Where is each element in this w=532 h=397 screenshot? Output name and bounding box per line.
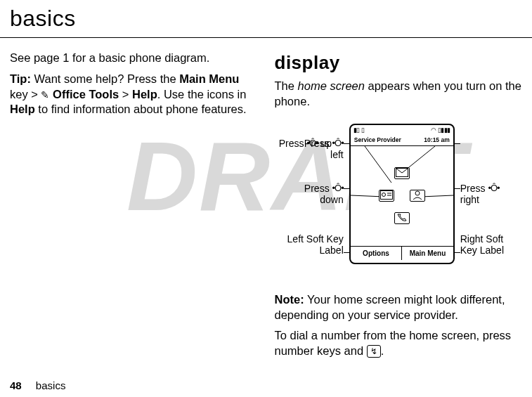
press-up-a: Press	[279, 138, 307, 149]
rsk-a: Right Soft	[460, 233, 503, 245]
profile-icon	[410, 190, 425, 202]
main-menu-key-text: Main Menu	[179, 72, 239, 85]
page-title: basics	[10, 6, 532, 32]
help-text: Help	[132, 88, 157, 100]
svg-point-9	[415, 191, 420, 195]
note-label: Note:	[275, 293, 304, 306]
right-column: display The home screen appears when you…	[275, 51, 523, 365]
clock-time: 10:15 am	[424, 136, 449, 144]
call-key-icon: ↯	[367, 345, 381, 358]
envelope-icon	[396, 168, 408, 177]
content-columns: See page 1 for a basic phone diagram. Ti…	[0, 38, 532, 365]
phone-icon	[396, 213, 408, 222]
status-bar: ▮▯ ▯ ◠ ▯▮▮▮	[351, 125, 453, 136]
tip-text-d: to find information about phone features…	[35, 103, 247, 115]
status-right-icons: ◠ ▯▮▮▮	[431, 126, 450, 135]
connector-line	[455, 143, 460, 144]
label-left-soft-key: Left Soft Key Label	[279, 233, 344, 256]
service-provider: Service Provider	[354, 136, 401, 144]
office-tools-icon: ✎	[41, 89, 49, 101]
press-down-b: down	[320, 194, 343, 205]
lsk-a: Left Soft Key	[287, 233, 344, 245]
left-p1: See page 1 for a basic phone diagram.	[10, 51, 258, 66]
right-p1: The home screen appears when you turn on…	[275, 79, 523, 110]
connector-line	[344, 252, 349, 253]
home-screen-text: home screen	[298, 79, 365, 92]
svg-line-3	[421, 195, 453, 197]
nav-icon: •Ô•	[332, 138, 344, 149]
svg-point-6	[382, 193, 385, 196]
soft-key-left: Options	[351, 247, 403, 260]
label-press-down: Press •Ô• down	[279, 183, 344, 205]
home-screen-lines	[351, 146, 453, 246]
page-number: 48	[10, 379, 22, 391]
tip-label: Tip:	[10, 72, 31, 85]
svg-line-0	[365, 146, 391, 183]
svg-line-1	[406, 146, 435, 170]
p3-b: .	[381, 344, 384, 357]
card-icon	[380, 190, 393, 200]
status-left-icons: ▮▯ ▯	[353, 126, 365, 135]
nav-icon: •Ô•	[306, 138, 318, 149]
note-paragraph: Note: Your home screen might look differ…	[275, 292, 523, 323]
contacts-icon	[379, 190, 394, 202]
press-up-b: up	[318, 138, 332, 149]
p3-a: To dial a number from the home screen, p…	[275, 329, 512, 357]
phone-diagram: Press •Ô• left Press •Ô• down Left Soft …	[279, 115, 518, 284]
note-body: Your home screen might look different, d…	[275, 293, 505, 321]
press-right-b: right	[460, 194, 479, 205]
office-tools-text: Office Tools	[53, 88, 119, 100]
home-screen-body	[351, 146, 453, 246]
page-footer: 48 basics	[10, 379, 65, 391]
left-tip: Tip: Want some help? Press the Main Menu…	[10, 72, 258, 117]
label-right-soft-key: Right Soft Key Label	[460, 233, 504, 256]
nav-icon: •Ô•	[488, 183, 499, 194]
display-heading: display	[275, 51, 523, 74]
connector-line	[455, 252, 460, 253]
tip-text-a: Want some help? Press the	[31, 72, 179, 85]
gt-1: >	[119, 88, 132, 100]
call-icon	[394, 212, 410, 224]
connector-line	[455, 188, 460, 189]
soft-key-bar: Options Main Menu	[351, 246, 453, 260]
tip-text-c: . Use the icons in	[157, 88, 247, 100]
rsk-b: Key Label	[460, 245, 504, 256]
message-icon	[394, 167, 410, 179]
press-right-a: Press	[460, 183, 488, 194]
lsk-b: Label	[319, 245, 343, 256]
left-column: See page 1 for a basic phone diagram. Ti…	[10, 51, 258, 365]
press-left-b: left	[330, 149, 344, 160]
title-bar: Service Provider 10:15 am	[351, 136, 453, 146]
person-icon	[411, 190, 424, 200]
p1-a: The	[275, 79, 298, 92]
soft-key-right: Main Menu	[402, 247, 453, 260]
tip-text-b: key >	[10, 88, 41, 100]
label-press-up: Press •Ô• up	[279, 138, 332, 149]
footer-section: basics	[36, 379, 66, 391]
dial-paragraph: To dial a number from the home screen, p…	[275, 328, 523, 359]
phone-screen: ▮▯ ▯ ◠ ▯▮▮▮ Service Provider 10:15 am	[349, 124, 455, 264]
label-press-right: Press •Ô• right	[460, 183, 500, 205]
nav-icon: •Ô•	[332, 183, 344, 194]
press-down-a: Press	[304, 183, 332, 194]
connector-line	[344, 143, 349, 144]
connector-line	[344, 188, 349, 189]
help-text-2: Help	[10, 103, 35, 115]
